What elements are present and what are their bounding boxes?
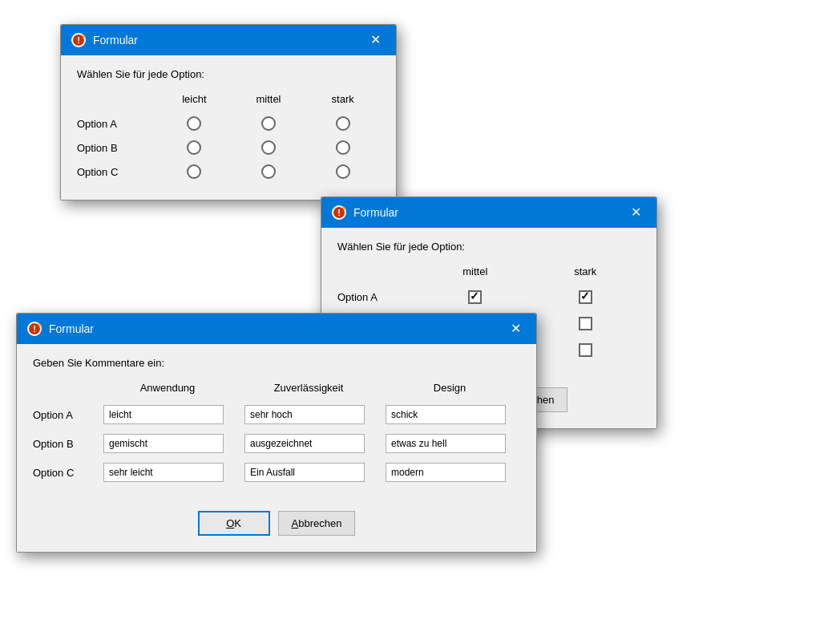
svg-text:!: ! bbox=[77, 35, 80, 45]
text-col-anwendung: Anwendung bbox=[97, 382, 238, 400]
radio-table: leicht mittel stark Option A Option B bbox=[77, 93, 380, 184]
input-a-design[interactable] bbox=[386, 405, 506, 424]
text-cell[interactable] bbox=[238, 458, 379, 487]
radio-dialog-title: Formular bbox=[93, 34, 138, 47]
input-b-anwendung[interactable] bbox=[103, 434, 224, 453]
radio-a-stark[interactable] bbox=[336, 116, 350, 131]
checkbox-cell[interactable] bbox=[420, 284, 530, 310]
radio-cell[interactable] bbox=[232, 136, 306, 160]
radio-c-mittel[interactable] bbox=[261, 164, 276, 179]
radio-c-stark[interactable] bbox=[336, 164, 350, 179]
radio-cell[interactable] bbox=[157, 136, 232, 160]
radio-cell[interactable] bbox=[157, 111, 232, 136]
radio-cell[interactable] bbox=[305, 160, 380, 184]
svg-text:!: ! bbox=[337, 208, 341, 217]
checkbox-cell[interactable] bbox=[531, 337, 640, 363]
app-icon: ! bbox=[331, 205, 347, 221]
radio-b-mittel[interactable] bbox=[261, 140, 276, 155]
input-a-zuv[interactable] bbox=[244, 405, 365, 424]
radio-a-leicht[interactable] bbox=[187, 116, 201, 131]
checkbox-cell[interactable] bbox=[531, 310, 640, 337]
checkbox-cell[interactable] bbox=[531, 284, 640, 310]
radio-dialog: ! Formular ✕ Wählen Sie für jede Option:… bbox=[60, 24, 397, 200]
text-cell[interactable] bbox=[379, 400, 520, 429]
text-cell[interactable] bbox=[379, 458, 520, 487]
text-dialog-close[interactable]: ✕ bbox=[504, 318, 527, 340]
text-cell[interactable] bbox=[238, 429, 379, 458]
radio-a-mittel[interactable] bbox=[261, 116, 276, 131]
app-icon: ! bbox=[71, 32, 87, 48]
radio-cell[interactable] bbox=[305, 111, 380, 136]
radio-b-stark[interactable] bbox=[336, 140, 350, 155]
input-c-design[interactable] bbox=[386, 463, 506, 482]
text-dialog-titlebar: ! Formular ✕ bbox=[17, 314, 536, 344]
radio-cell[interactable] bbox=[232, 160, 306, 184]
text-col-design: Design bbox=[379, 382, 520, 400]
table-row: Option B bbox=[77, 136, 380, 160]
radio-dialog-close[interactable]: ✕ bbox=[364, 29, 386, 51]
text-cell[interactable] bbox=[97, 458, 238, 487]
checkbox-row-label: Option A bbox=[337, 284, 420, 310]
radio-col-leicht: leicht bbox=[157, 93, 232, 111]
checkbox-dialog-title: Formular bbox=[353, 206, 398, 219]
checkbox-col-mittel: mittel bbox=[420, 265, 530, 284]
radio-row-label: Option C bbox=[77, 160, 157, 184]
table-row: Option A bbox=[337, 284, 640, 310]
checkbox-b-stark[interactable] bbox=[579, 317, 592, 330]
radio-dialog-instruction: Wählen Sie für jede Option: bbox=[77, 68, 380, 80]
text-col-empty bbox=[33, 382, 97, 400]
input-b-zuv[interactable] bbox=[244, 434, 365, 453]
radio-cell[interactable] bbox=[157, 160, 232, 184]
checkbox-col-stark: stark bbox=[531, 265, 640, 284]
checkbox-col-empty bbox=[337, 265, 420, 284]
text-row-label: Option B bbox=[33, 429, 97, 458]
text-dialog-title: Formular bbox=[49, 322, 94, 335]
app-icon: ! bbox=[26, 321, 42, 337]
text-dialog: ! Formular ✕ Geben Sie Kommentare ein: A… bbox=[16, 313, 537, 553]
radio-cell[interactable] bbox=[305, 136, 380, 160]
table-row: Option A bbox=[77, 111, 380, 136]
radio-col-empty bbox=[77, 93, 157, 111]
text-col-zuv: Zuverlässigkeit bbox=[238, 382, 379, 400]
table-row: Option C bbox=[33, 458, 520, 487]
text-cell[interactable] bbox=[238, 400, 379, 429]
text-cell[interactable] bbox=[379, 429, 520, 458]
table-row: Option A bbox=[33, 400, 520, 429]
radio-c-leicht[interactable] bbox=[187, 164, 201, 179]
text-row-label: Option C bbox=[33, 458, 97, 487]
text-cancel-button[interactable]: Abbrechen bbox=[278, 511, 356, 536]
radio-cell[interactable] bbox=[232, 111, 306, 136]
text-ok-button[interactable]: OK bbox=[198, 511, 270, 536]
checkbox-dialog-close[interactable]: ✕ bbox=[624, 201, 647, 224]
checkbox-dialog-instruction: Wählen Sie für jede Option: bbox=[337, 241, 640, 253]
text-cell[interactable] bbox=[97, 400, 238, 429]
table-row: Option B bbox=[33, 429, 520, 458]
radio-row-label: Option A bbox=[77, 111, 157, 136]
input-a-anwendung[interactable] bbox=[103, 405, 224, 424]
checkbox-dialog-titlebar: ! Formular ✕ bbox=[321, 197, 656, 228]
radio-col-mittel: mittel bbox=[232, 93, 306, 111]
checkbox-a-stark[interactable] bbox=[579, 290, 592, 304]
text-dialog-instruction: Geben Sie Kommentare ein: bbox=[33, 357, 520, 369]
radio-dialog-titlebar: ! Formular ✕ bbox=[61, 25, 396, 55]
checkbox-a-mittel[interactable] bbox=[468, 290, 482, 304]
radio-b-leicht[interactable] bbox=[187, 140, 201, 155]
text-cell[interactable] bbox=[97, 429, 238, 458]
text-dialog-body: Geben Sie Kommentare ein: Anwendung Zuve… bbox=[17, 344, 536, 552]
text-dialog-buttons: OK Abbrechen bbox=[33, 503, 520, 536]
radio-dialog-body: Wählen Sie für jede Option: leicht mitte… bbox=[61, 55, 396, 200]
radio-col-stark: stark bbox=[305, 93, 380, 111]
radio-row-label: Option B bbox=[77, 136, 157, 160]
svg-text:!: ! bbox=[33, 324, 36, 334]
input-c-zuv[interactable] bbox=[244, 463, 365, 482]
checkbox-c-stark[interactable] bbox=[579, 343, 592, 357]
input-b-design[interactable] bbox=[386, 434, 506, 453]
input-c-anwendung[interactable] bbox=[103, 463, 224, 482]
text-table: Anwendung Zuverlässigkeit Design Option … bbox=[33, 382, 520, 487]
table-row: Option C bbox=[77, 160, 380, 184]
text-row-label: Option A bbox=[33, 400, 97, 429]
